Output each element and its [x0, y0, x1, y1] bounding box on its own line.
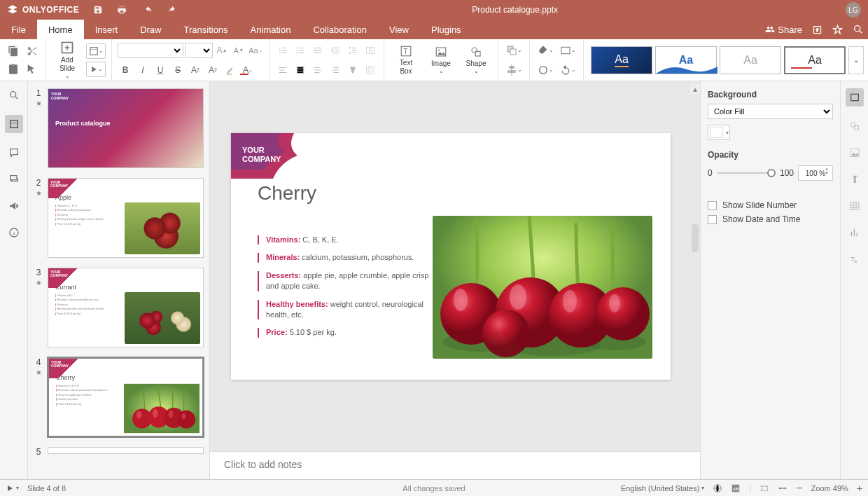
slide-thumbnail-5[interactable]: 5	[34, 447, 204, 457]
chart-settings-icon[interactable]	[848, 226, 862, 240]
slide-canvas[interactable]: YOURCOMPANY Cherry Vitamins: C, B, K, E.…	[231, 133, 671, 380]
fit-slide-icon[interactable]	[760, 483, 769, 493]
user-avatar[interactable]: LG	[846, 2, 861, 18]
image-settings-icon[interactable]	[848, 146, 862, 160]
shape-settings-icon[interactable]	[848, 119, 862, 133]
align-v-button[interactable]	[293, 62, 308, 78]
theme-4[interactable]: Aa	[784, 46, 846, 74]
comments-rail-icon[interactable]	[7, 146, 21, 160]
play-from-start-button[interactable]: ▾	[6, 484, 19, 492]
clear-format-button[interactable]	[345, 62, 360, 78]
line-spacing-button[interactable]	[345, 43, 360, 58]
fill-type-select[interactable]: Color Fill	[708, 104, 833, 119]
strike-button[interactable]: S	[170, 62, 186, 78]
search-icon[interactable]	[853, 24, 864, 35]
subscript-button[interactable]: A2	[205, 62, 220, 78]
slide-size-button[interactable]: ⌄	[558, 43, 578, 58]
theme-3[interactable]: Aa	[720, 46, 781, 74]
slide-thumbnail-3[interactable]: 3★ YOURCOMPANY Currant Vitamins A CMiner…	[34, 268, 204, 347]
highlight-button[interactable]	[223, 62, 238, 78]
undo-icon[interactable]	[144, 5, 153, 15]
about-rail-icon[interactable]	[7, 226, 21, 240]
slide-thumbnail-2[interactable]: 2★ YOURCOMPANY Apple Vitamins C, B, KMin…	[34, 178, 204, 258]
vertical-scrollbar[interactable]: ▲ ▼	[690, 84, 700, 476]
slide-thumbnail-4[interactable]: 4★ YOURCOMPANY Cherry Vitamins C B K EMi…	[34, 357, 204, 437]
slide-thumbnail-1[interactable]: 1★ Product catalogue YOURCOMPANY	[34, 88, 204, 168]
add-slide-button[interactable]: Add Slide ⌄	[51, 41, 83, 80]
columns-button[interactable]	[363, 43, 378, 58]
cut-button[interactable]	[24, 43, 39, 59]
spellcheck-icon[interactable]: ABC	[731, 483, 741, 493]
underline-button[interactable]: U	[153, 62, 168, 78]
menu-insert[interactable]: Insert	[84, 20, 130, 39]
text-art-settings-icon[interactable]: Ta	[848, 252, 862, 266]
menu-file[interactable]: File	[0, 20, 37, 39]
image-button[interactable]: Image⌄	[425, 46, 457, 75]
open-location-icon[interactable]	[812, 25, 822, 35]
slides-panel[interactable]: 1★ Product catalogue YOURCOMPANY 2★ YOUR…	[28, 81, 210, 479]
arrange-button[interactable]: ⌄	[504, 43, 524, 58]
notes-area[interactable]: Click to add notes	[210, 451, 700, 479]
themes-more-button[interactable]: ⌄	[848, 46, 864, 74]
superscript-button[interactable]: A2	[188, 62, 203, 78]
menu-collaboration[interactable]: Collaboration	[302, 20, 378, 39]
scroll-thumb[interactable]	[692, 224, 699, 252]
show-slide-number-checkbox[interactable]: Show Slide Number	[708, 200, 833, 210]
menu-draw[interactable]: Draw	[129, 20, 172, 39]
paste-button[interactable]	[6, 62, 21, 77]
save-icon[interactable]	[93, 5, 103, 15]
zoom-out-button[interactable]: −	[796, 482, 802, 495]
language-selector[interactable]: English (United States) ▾	[621, 484, 705, 492]
font-size-select[interactable]	[185, 43, 213, 58]
fit-width-icon[interactable]	[778, 483, 788, 493]
slide-settings-icon[interactable]	[846, 88, 864, 106]
copy-button[interactable]	[6, 43, 21, 59]
star-icon[interactable]	[832, 25, 843, 35]
decrease-font-button[interactable]: A▼	[231, 43, 246, 58]
fill-color-picker[interactable]: ▾	[708, 125, 730, 140]
chat-rail-icon[interactable]	[7, 172, 21, 186]
insert-symbol-button[interactable]	[363, 62, 378, 78]
zoom-in-button[interactable]: +	[857, 483, 862, 494]
slide-layout-button[interactable]: ⌄	[86, 43, 106, 59]
paragraph-settings-icon[interactable]	[848, 172, 862, 186]
opacity-slider[interactable]	[717, 169, 776, 177]
font-family-select[interactable]	[118, 43, 183, 58]
theme-1[interactable]: Aa	[591, 46, 652, 74]
menu-transitions[interactable]: Transitions	[173, 20, 239, 39]
menu-animation[interactable]: Animation	[239, 20, 302, 39]
align-h-button[interactable]	[275, 62, 290, 78]
show-date-time-checkbox[interactable]: Show Date and Time	[708, 214, 833, 224]
print-icon[interactable]	[117, 5, 127, 15]
bullets-button[interactable]	[275, 43, 290, 58]
slide-title[interactable]: Cherry	[258, 182, 316, 205]
shape-fill-button[interactable]: ⌄	[536, 43, 555, 58]
shape-outline-button[interactable]: ⌄	[536, 62, 555, 78]
change-case-button[interactable]: Aa⌄	[248, 43, 263, 58]
set-language-icon[interactable]	[713, 483, 722, 493]
ltr-button[interactable]	[328, 62, 343, 78]
slide-body-text[interactable]: Vitamins: C, B, K, E. Minerals: calcium,…	[258, 235, 433, 345]
canvas-area[interactable]: YOURCOMPANY Cherry Vitamins: C, B, K, E.…	[210, 81, 700, 479]
slides-rail-icon[interactable]	[5, 115, 23, 133]
select-button[interactable]	[24, 62, 39, 77]
share-button[interactable]: Share	[765, 25, 802, 35]
font-color-button[interactable]: A⌄	[240, 62, 255, 78]
shape-button[interactable]: Shape⌄	[460, 46, 492, 75]
menu-home[interactable]: Home	[37, 20, 84, 39]
menu-plugins[interactable]: Plugins	[420, 20, 472, 39]
italic-button[interactable]: I	[135, 62, 150, 78]
theme-2[interactable]: Aa	[655, 46, 717, 74]
bold-button[interactable]: B	[118, 62, 133, 78]
rtl-button[interactable]	[310, 62, 326, 78]
redo-icon[interactable]	[167, 5, 177, 15]
feedback-rail-icon[interactable]	[7, 199, 21, 213]
slide-image[interactable]	[433, 216, 652, 359]
text-box-button[interactable]: T Text Box	[390, 45, 422, 76]
search-rail-icon[interactable]	[7, 88, 21, 102]
align-shape-button[interactable]: ⌄	[504, 62, 524, 78]
opacity-spinner[interactable]: 100 %▲▼	[798, 165, 833, 181]
start-slideshow-button[interactable]: ⌄	[86, 62, 106, 77]
menu-view[interactable]: View	[378, 20, 420, 39]
table-settings-icon[interactable]	[848, 199, 862, 213]
